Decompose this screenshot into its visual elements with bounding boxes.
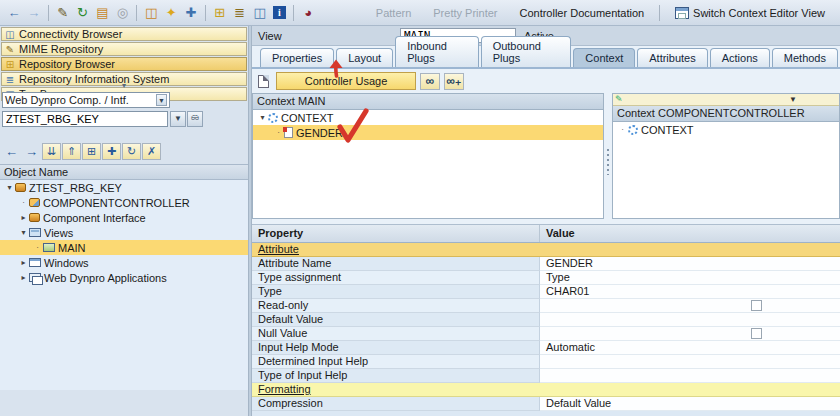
tree-expander[interactable]: ▾ [257, 113, 268, 122]
tree-item-label: CONTEXT [281, 112, 334, 124]
checkbox[interactable] [751, 300, 762, 311]
pretty-printer-button: Pretty Printer [433, 7, 497, 19]
browser-button-label: Repository Browser [19, 58, 115, 70]
tree-item-context[interactable]: ▾CONTEXT [253, 110, 603, 125]
wand-icon[interactable]: ✦ [162, 4, 180, 22]
spiral-icon[interactable]: ◎ [113, 4, 131, 22]
property-name-cell: Input Help Mode [252, 341, 540, 355]
toolbar-separator [48, 5, 49, 21]
tree-item-componentcontroller[interactable]: ·COMPONENTCONTROLLER [0, 195, 248, 210]
controller-usage-button[interactable]: Controller Usage [276, 72, 416, 90]
transport-icon[interactable]: ◫ [142, 4, 160, 22]
object-type-select[interactable]: Web Dynpro Comp. / Intf. ▼ [2, 92, 170, 108]
tree-expander[interactable]: ▾ [4, 183, 15, 192]
stack-icon[interactable]: ≣ [231, 4, 249, 22]
close-icon[interactable]: ✗ [142, 143, 161, 160]
toolbar-separator [659, 5, 660, 21]
find-next-icon[interactable]: ∞₊ [444, 73, 464, 90]
display-object-button[interactable]: 👓︎ [187, 111, 203, 127]
refresh-icon[interactable]: ↻ [122, 143, 141, 160]
chevron-down-icon[interactable]: ▼ [789, 95, 797, 104]
property-value-cell[interactable] [540, 369, 840, 383]
browser-button-repository-browser[interactable]: ⊞Repository Browser [1, 57, 247, 71]
refresh-icon[interactable]: ↻ [74, 4, 92, 22]
tree-item-label: COMPONENTCONTROLLER [43, 197, 190, 209]
object-name-input[interactable] [2, 111, 168, 127]
tab-outbound-plugs[interactable]: Outbound Plugs [481, 36, 572, 67]
tree-expander[interactable]: ▸ [18, 258, 29, 267]
property-row-determined-input-help: Determined Input Help [252, 355, 840, 369]
tree-expander[interactable]: ▾ [18, 228, 29, 237]
property-value-cell[interactable] [540, 299, 840, 313]
property-value-cell[interactable]: GENDER [540, 257, 840, 271]
split-screen-icon[interactable]: ◫ [251, 4, 269, 22]
tree-item-component-interface[interactable]: ▸Component Interface [0, 210, 248, 225]
section-row-formatting[interactable]: Formatting [252, 383, 840, 397]
property-value-cell[interactable] [540, 355, 840, 369]
property-row-type-of-input-help: Type of Input Help [252, 369, 840, 383]
add-icon[interactable]: ✚ [102, 143, 121, 160]
forward-icon[interactable]: → [25, 4, 43, 22]
tab-inbound-plugs[interactable]: Inbound Plugs [395, 36, 478, 67]
hierarchy-icon[interactable]: ⊞ [211, 4, 229, 22]
controller-documentation-button[interactable]: Controller Documentation [519, 7, 644, 19]
copy-icon[interactable]: ▤ [94, 4, 112, 22]
edit-pencil-icon[interactable]: ✎ [54, 4, 72, 22]
info-icon: i [273, 6, 286, 19]
property-value-cell[interactable]: Automatic [540, 341, 840, 355]
tree-item-ztest_rbg_key[interactable]: ▾ZTEST_RBG_KEY [0, 180, 248, 195]
performance-icon[interactable]: ◕ [299, 4, 317, 22]
browser-button-label: Connectivity Browser [19, 28, 122, 40]
property-name-cell: Type [252, 285, 540, 299]
tree-item-windows[interactable]: ▸Windows [0, 255, 248, 270]
tab-layout[interactable]: Layout [336, 48, 393, 67]
property-value-cell[interactable]: Type [540, 271, 840, 285]
tree-item-main[interactable]: ·MAIN [0, 240, 248, 255]
property-column-header: Property [252, 225, 540, 242]
object-dropdown-button[interactable]: ▼ [170, 111, 186, 127]
property-value-cell[interactable] [540, 327, 840, 341]
panel-collapse-arrow[interactable]: ▾ [0, 82, 248, 90]
tab-attributes[interactable]: Attributes [637, 48, 707, 67]
tree-item-context[interactable]: ·CONTEXT [613, 122, 839, 137]
section-label: Formatting [252, 383, 840, 397]
tree-item-gender[interactable]: ·GENDER [253, 125, 603, 140]
property-row-null-value: Null Value [252, 327, 840, 341]
tab-context[interactable]: Context [573, 48, 635, 67]
context-controller-tree: ·CONTEXT [613, 122, 839, 137]
sort-ascending-icon[interactable]: ⇑ [62, 143, 81, 160]
info-icon[interactable]: i [271, 4, 289, 22]
tree-expander[interactable]: ▸ [18, 273, 29, 282]
browser-button-mime-repository[interactable]: ✎MIME Repository [1, 42, 247, 56]
tree-item-label: Views [44, 227, 73, 239]
application-toolbar: ←→✎↻▤◎◫✦✚⊞≣◫i◕PatternPretty PrinterContr… [0, 0, 840, 26]
toolbar-separator [136, 5, 137, 21]
checkbox[interactable] [751, 328, 762, 339]
property-name-cell: Type assignment [252, 271, 540, 285]
tree-bullet: · [18, 198, 29, 207]
attribute-icon [284, 127, 293, 138]
switch-context-editor-view-button[interactable]: Switch Context Editor View [675, 7, 825, 19]
tab-properties[interactable]: Properties [260, 48, 334, 67]
sort-descending-icon[interactable]: ⇊ [42, 143, 61, 160]
mime-icon: ✎ [4, 44, 16, 55]
section-row-attribute[interactable]: Attribute [252, 243, 840, 257]
tab-methods[interactable]: Methods [772, 48, 838, 67]
hierarchy-icon[interactable]: ⊞ [82, 143, 101, 160]
tree-expander[interactable]: ▸ [18, 213, 29, 222]
controller-icon [29, 198, 40, 207]
back-icon[interactable]: ← [2, 143, 21, 160]
navigate-icon[interactable]: ✚ [182, 4, 200, 22]
property-value-cell[interactable] [540, 313, 840, 327]
tree-item-web-dynpro-applications[interactable]: ▸Web Dynpro Applications [0, 270, 248, 285]
tab-actions[interactable]: Actions [710, 48, 770, 67]
forward-icon[interactable]: → [22, 143, 41, 160]
back-icon[interactable]: ← [5, 4, 23, 22]
tree-bullet: · [617, 125, 628, 134]
find-icon[interactable]: ∞ [420, 73, 440, 90]
browser-button-connectivity-browser[interactable]: ◫Connectivity Browser [1, 27, 247, 41]
property-value-cell[interactable]: Default Value [540, 397, 840, 411]
tree-item-views[interactable]: ▾Views [0, 225, 248, 240]
property-value-cell[interactable]: CHAR01 [540, 285, 840, 299]
context-splitter[interactable] [604, 93, 612, 219]
